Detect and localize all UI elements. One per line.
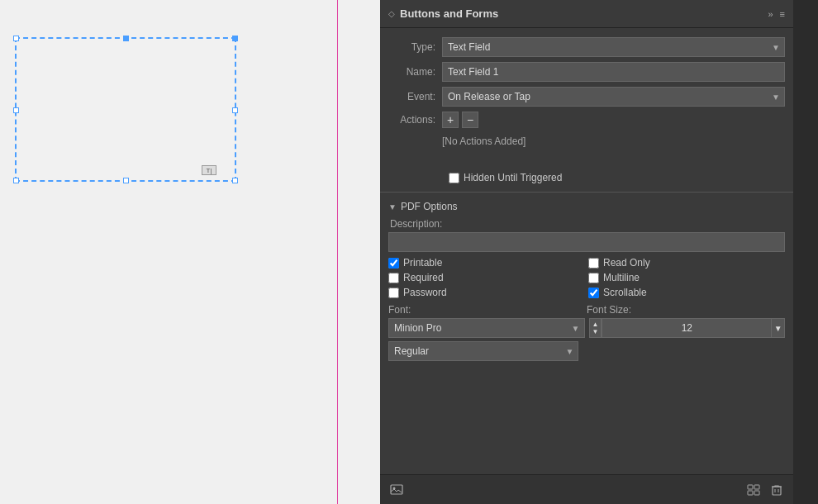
font-size-label: Font Size: xyxy=(587,304,785,316)
multiline-checkbox[interactable] xyxy=(588,273,599,283)
add-action-button[interactable]: + xyxy=(442,112,459,128)
magenta-guide-line xyxy=(337,0,338,504)
read-only-checkbox[interactable] xyxy=(588,258,599,269)
multiline-label[interactable]: Multiline xyxy=(588,272,785,283)
handle-top-left[interactable] xyxy=(13,36,19,41)
svg-rect-6 xyxy=(773,487,781,495)
delete-button[interactable] xyxy=(768,482,785,498)
hidden-until-triggered-row: Hidden Until Triggered xyxy=(380,169,793,187)
svg-rect-5 xyxy=(754,491,759,495)
svg-rect-0 xyxy=(391,485,402,494)
settings-button[interactable] xyxy=(745,482,762,498)
selection-box[interactable]: T| xyxy=(15,37,236,182)
remove-action-button[interactable]: − xyxy=(462,112,478,128)
canvas-area: T| xyxy=(0,0,380,504)
description-label: Description: xyxy=(388,218,785,230)
actions-label: Actions: xyxy=(388,114,442,126)
description-row: Description: xyxy=(380,216,793,254)
panel-title: Buttons and Forms xyxy=(400,7,498,20)
required-checkbox[interactable] xyxy=(388,273,399,283)
handle-top-center[interactable] xyxy=(123,36,129,41)
separator-1 xyxy=(380,192,793,193)
pdf-options-section-header[interactable]: ▼ PDF Options xyxy=(380,197,793,216)
actions-buttons: + − xyxy=(442,112,478,128)
handle-top-right[interactable] xyxy=(232,36,238,41)
event-select[interactable]: On Release or Tap On Focus On Blur xyxy=(442,87,785,107)
add-image-button[interactable] xyxy=(388,482,405,498)
hidden-until-triggered-label[interactable]: Hidden Until Triggered xyxy=(449,172,562,183)
event-row: Event: On Release or Tap On Focus On Blu… xyxy=(380,84,793,109)
svg-rect-4 xyxy=(748,491,753,495)
menu-icon[interactable]: ≡ xyxy=(780,9,785,19)
checkbox-grid: Printable Read Only Required Multiline P… xyxy=(380,254,793,301)
no-actions-text: [No Actions Added] xyxy=(380,131,793,152)
svg-rect-3 xyxy=(754,485,759,489)
pdf-options-chevron: ▼ xyxy=(388,202,397,212)
password-checkbox[interactable] xyxy=(388,288,399,298)
panel-title-area: ◇ Buttons and Forms xyxy=(388,7,498,20)
hidden-until-triggered-checkbox[interactable] xyxy=(449,173,459,183)
event-label: Event: xyxy=(388,91,442,102)
font-size-control: ▲ ▼ ▼ xyxy=(589,318,786,338)
panel-collapse-icon[interactable]: ◇ xyxy=(388,9,395,18)
font-section: Font: Font Size: Minion Pro Arial Times … xyxy=(380,301,793,364)
name-label: Name: xyxy=(388,66,442,78)
password-label[interactable]: Password xyxy=(388,287,585,298)
handle-middle-left[interactable] xyxy=(13,107,19,113)
scrollable-checkbox[interactable] xyxy=(588,288,599,298)
handle-bottom-left[interactable] xyxy=(13,178,19,183)
font-size-input[interactable] xyxy=(602,318,772,338)
printable-label[interactable]: Printable xyxy=(388,257,585,269)
font-label: Font: xyxy=(388,304,587,316)
font-size-dropdown-arrow[interactable]: ▼ xyxy=(772,318,785,338)
bottom-toolbar xyxy=(380,474,793,504)
read-only-label[interactable]: Read Only xyxy=(588,257,785,269)
font-controls-row: Minion Pro Arial Times New Roman Helveti… xyxy=(388,318,785,338)
name-input-wrapper xyxy=(442,62,785,82)
pdf-options-label: PDF Options xyxy=(401,201,458,212)
type-row: Type: Text Field Button Check Box Combo … xyxy=(380,35,793,59)
toolbar-left xyxy=(388,482,405,498)
type-label: Type: xyxy=(388,41,442,53)
actions-row: Actions: + − xyxy=(380,109,793,131)
font-style-select-wrapper: Regular Bold Italic Bold Italic ▼ xyxy=(388,341,578,361)
font-labels-row: Font: Font Size: xyxy=(388,304,785,316)
scrollable-label[interactable]: Scrollable xyxy=(588,287,785,298)
toolbar-right xyxy=(745,482,785,498)
font-select[interactable]: Minion Pro Arial Times New Roman Helveti… xyxy=(388,318,585,338)
handle-bottom-right[interactable] xyxy=(232,178,238,183)
required-label[interactable]: Required xyxy=(388,272,585,283)
name-row: Name: xyxy=(380,59,793,84)
panel-header-icons: » ≡ xyxy=(768,9,785,19)
type-select-wrapper: Text Field Button Check Box Combo Box Li… xyxy=(442,37,785,57)
font-select-wrapper: Minion Pro Arial Times New Roman Helveti… xyxy=(388,318,585,338)
description-input[interactable] xyxy=(388,232,785,252)
handle-middle-right[interactable] xyxy=(232,107,238,113)
right-panel: ◇ Buttons and Forms » ≡ Type: Text Field… xyxy=(380,0,793,504)
panel-header: ◇ Buttons and Forms » ≡ xyxy=(380,0,793,28)
font-style-select[interactable]: Regular Bold Italic Bold Italic xyxy=(388,341,578,361)
spinner-up-icon: ▲ xyxy=(592,321,598,328)
panel-body: Type: Text Field Button Check Box Combo … xyxy=(380,28,793,474)
event-select-wrapper: On Release or Tap On Focus On Blur ▼ xyxy=(442,87,785,107)
field-type-icon: T| xyxy=(202,165,216,175)
type-select[interactable]: Text Field Button Check Box Combo Box Li… xyxy=(442,37,785,57)
handle-bottom-center[interactable] xyxy=(123,178,129,183)
font-size-spinner[interactable]: ▲ ▼ xyxy=(589,318,602,338)
expand-icon[interactable]: » xyxy=(768,9,773,19)
printable-checkbox[interactable] xyxy=(388,258,399,269)
name-input[interactable] xyxy=(442,62,785,82)
spinner-down-icon: ▼ xyxy=(592,329,598,335)
svg-rect-2 xyxy=(748,485,753,489)
